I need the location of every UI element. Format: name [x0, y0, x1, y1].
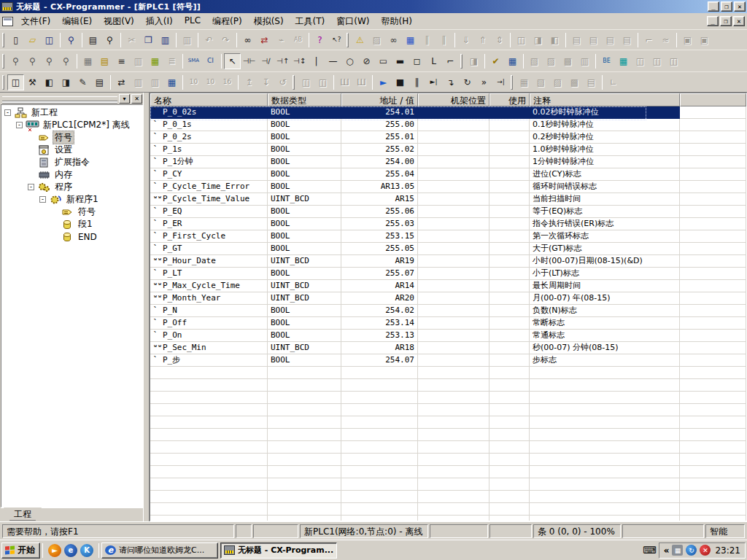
cell-filler[interactable] — [680, 193, 746, 206]
empty-grid-row[interactable] — [150, 429, 746, 441]
cell-name[interactable]: `P_CY — [150, 168, 268, 181]
cell-comment[interactable]: 大于(GT)标志 — [530, 243, 680, 255]
cell-filler[interactable] — [680, 230, 746, 243]
cell-filler[interactable] — [680, 342, 746, 354]
cell-name[interactable] — [150, 404, 268, 416]
taskbar-task-browser[interactable]: e请问哪位知道欧姆龙C... — [101, 542, 218, 559]
cell-address[interactable]: 254.07 — [341, 354, 418, 367]
cell-comment[interactable] — [530, 503, 680, 516]
compare-with-plc-button[interactable]: ⇕ — [491, 32, 508, 48]
cell-usage[interactable] — [489, 206, 530, 218]
cell-rack[interactable] — [418, 168, 489, 181]
cell-usage[interactable] — [489, 354, 530, 367]
tray-collapse-arrows[interactable]: « — [664, 545, 670, 556]
tree-item-new-project[interactable]: -新工程 — [1, 106, 142, 119]
cell-comment[interactable] — [530, 429, 680, 441]
new-contact-up-button[interactable]: ⊣↑ — [274, 53, 291, 69]
cell-filler[interactable] — [680, 330, 746, 342]
cell-type[interactable]: BOOL — [268, 305, 341, 317]
cell-address[interactable]: 255.03 — [341, 218, 418, 230]
menu-file[interactable]: 文件(F) — [15, 13, 56, 30]
tree-item-symbols[interactable]: 符号 — [1, 131, 142, 144]
cell-address[interactable]: 255.05 — [341, 243, 418, 255]
watch-window-4-button[interactable]: ▥ — [576, 53, 593, 69]
cell-rack[interactable] — [418, 119, 489, 131]
cell-type[interactable]: UINT_BCD — [268, 342, 341, 354]
symbol-row[interactable]: `P_OffBOOL253.14常断标志 — [150, 317, 746, 330]
cell-type[interactable]: UINT_BCD — [268, 292, 341, 305]
cell-filler[interactable] — [680, 168, 746, 181]
cell-usage[interactable] — [489, 106, 530, 119]
tree-expander-icon[interactable]: - — [4, 109, 11, 116]
cell-filler[interactable] — [680, 429, 746, 441]
cell-comment[interactable] — [530, 392, 680, 404]
cell-address[interactable] — [341, 503, 418, 516]
cell-comment[interactable] — [530, 478, 680, 491]
cell-address[interactable] — [341, 429, 418, 441]
cut-button[interactable]: ✂ — [123, 32, 140, 48]
cell-type[interactable] — [268, 503, 341, 516]
sim-step-out-button[interactable]: ↻ — [459, 74, 476, 90]
breakpoint-4-button[interactable]: ▩ — [566, 74, 583, 90]
cell-type[interactable]: BOOL — [268, 181, 341, 193]
cell-name[interactable]: `P_ER — [150, 218, 268, 230]
child-close-button[interactable]: ✕ — [733, 16, 745, 26]
pause-monitoring-a-button[interactable]: Ш — [336, 74, 353, 90]
symbol-row[interactable]: `P_First_CycleBOOL253.15第一次循环标志 — [150, 230, 746, 243]
column-header-type[interactable]: 数据类型 — [268, 93, 341, 106]
address-reference-tool-button[interactable]: SMA — [185, 53, 202, 69]
child-restore-button[interactable]: ❐ — [720, 16, 732, 26]
new-contact-button[interactable]: ⊣⊢ — [241, 53, 258, 69]
cell-address[interactable] — [341, 379, 418, 392]
menu-insert[interactable]: 插入(I) — [140, 13, 179, 30]
print-button[interactable]: ▤ — [85, 32, 101, 48]
toolbar-grip[interactable] — [460, 54, 462, 69]
work-online-simulator-button[interactable]: ▦ — [402, 32, 419, 48]
pause-monitoring-b-button[interactable]: Ш — [353, 74, 370, 90]
new-closed-contact-button[interactable]: ⊣∕ — [258, 53, 274, 69]
cell-name[interactable] — [150, 491, 268, 503]
tree-item-program-symbols[interactable]: 符号 — [1, 206, 142, 218]
menu-view[interactable]: 视图(V) — [98, 13, 140, 30]
cell-usage[interactable] — [489, 379, 530, 392]
cell-name[interactable] — [150, 466, 268, 478]
cell-type[interactable]: BOOL — [268, 330, 341, 342]
cell-address[interactable]: 254.02 — [341, 305, 418, 317]
breakpoint-1-button[interactable]: ▦ — [516, 74, 533, 90]
cell-comment[interactable] — [530, 454, 680, 466]
breakpoint-2-button[interactable]: ▧ — [533, 74, 549, 90]
toolbar-grip[interactable] — [293, 75, 295, 90]
menu-simulation[interactable]: 模拟(S) — [248, 13, 290, 30]
cell-usage[interactable] — [489, 342, 530, 354]
cell-name[interactable]: `P_On — [150, 330, 268, 342]
cell-address[interactable]: AR20 — [341, 292, 418, 305]
cell-name[interactable] — [150, 367, 268, 379]
cross-reference-window-button[interactable]: ◨ — [58, 74, 74, 90]
cell-rack[interactable] — [418, 106, 489, 119]
cell-comment[interactable]: 月(00-07) 年(08-15) — [530, 292, 680, 305]
watch-window-2-button[interactable]: ▨ — [543, 53, 560, 69]
workspace-close-button[interactable]: ✕ — [131, 94, 142, 104]
cell-usage[interactable] — [489, 330, 530, 342]
workspace-menu-button[interactable]: ▾ — [119, 94, 130, 104]
cell-comment[interactable]: 0.02秒时钟脉冲位 — [530, 106, 680, 119]
tree-item-end[interactable]: END — [1, 230, 142, 243]
data-monitor-button[interactable]: ▦ — [163, 74, 180, 90]
symbol-row[interactable]: ʷʷP_Month_YearUINT_BCDAR20月(00-07) 年(08-… — [150, 292, 746, 305]
cell-name[interactable] — [150, 503, 268, 516]
cell-rack[interactable] — [418, 379, 489, 392]
symbol-row[interactable]: ʷʷP_Hour_DateUINT_BCDAR19小时(00-07)日期(08-… — [150, 255, 746, 268]
cross-reference-report-button[interactable]: ⇄ — [113, 74, 130, 90]
cell-name[interactable]: `P_GT — [150, 243, 268, 255]
empty-grid-row[interactable] — [150, 503, 746, 516]
cell-type[interactable]: BOOL — [268, 131, 341, 144]
sim-run-to-end-button[interactable]: →| — [492, 74, 509, 90]
zoom-100-button[interactable]: ⚲ — [41, 53, 58, 69]
copy-button[interactable]: ❐ — [140, 32, 157, 48]
cell-usage[interactable] — [489, 367, 530, 379]
toggle-project-workspace-button[interactable]: ◫ — [7, 74, 24, 90]
cell-rack[interactable] — [418, 317, 489, 330]
show-grid-button[interactable]: ▦ — [80, 53, 96, 69]
io-table-button[interactable]: ▥ — [130, 74, 147, 90]
window-view-2-button[interactable]: ◫ — [649, 53, 665, 69]
